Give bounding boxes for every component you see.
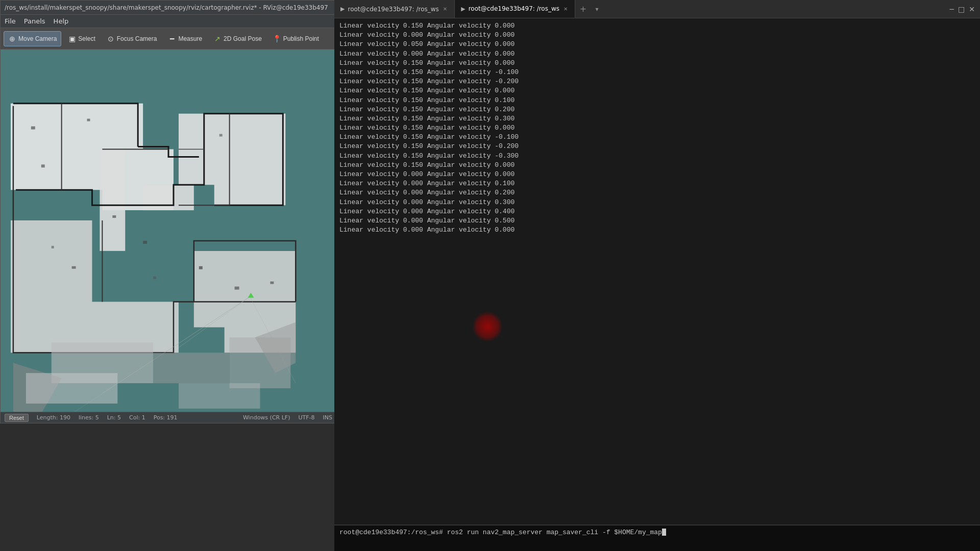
maximize-button[interactable]: □	[958, 5, 965, 13]
new-tab-button[interactable]: +	[575, 0, 591, 18]
status-lines: lines: 5	[79, 414, 99, 421]
velocity-line: Linear velocity 0.150 Angular velocity 0…	[339, 59, 975, 68]
status-ln: Ln: 5	[107, 414, 121, 421]
map-visualization	[1, 49, 336, 412]
velocity-line: Linear velocity 0.150 Angular velocity 0…	[339, 21, 975, 31]
svg-rect-24	[52, 246, 54, 248]
velocity-line: Linear velocity 0.000 Angular velocity 0…	[339, 198, 975, 207]
velocity-line: Linear velocity 0.150 Angular velocity 0…	[339, 123, 975, 133]
publish-point-icon: 📍	[273, 35, 281, 43]
velocity-line: Linear velocity 0.150 Angular velocity -…	[339, 142, 975, 151]
rviz-viewport[interactable]: ◀	[1, 49, 336, 412]
goal-pose-label: 2D Goal Pose	[224, 35, 262, 42]
terminal-tab-1[interactable]: ▶ root@cde19e33b497: /ros_ws ✕	[334, 0, 455, 18]
publish-point-button[interactable]: 📍 Publish Point	[268, 31, 324, 46]
velocity-line: Linear velocity 0.150 Angular velocity 0…	[339, 161, 975, 170]
terminal-icon-2: ▶	[461, 6, 465, 12]
select-label: Select	[78, 35, 95, 42]
svg-rect-16	[143, 241, 147, 244]
svg-rect-36	[179, 383, 260, 409]
velocity-line: Linear velocity 0.150 Angular velocity -…	[339, 68, 975, 77]
svg-rect-18	[199, 266, 203, 269]
rviz-menu-bar: File Panels Help	[1, 15, 336, 28]
velocity-line: Linear velocity 0.000 Angular velocity 0…	[339, 179, 975, 188]
terminal-window: ▶ root@cde19e33b497: /ros_ws ✕ ▶ root@cd…	[334, 0, 980, 551]
velocity-line: Linear velocity 0.000 Angular velocity 0…	[339, 226, 975, 235]
terminal-command: ros2 run nav2_map_server map_saver_cli -…	[447, 529, 662, 536]
move-camera-button[interactable]: ⊕ Move Camera	[4, 31, 61, 46]
rviz-title: /ros_ws/install/makerspet_snoopy/share/m…	[5, 4, 328, 11]
menu-panels[interactable]: Panels	[24, 17, 45, 25]
svg-rect-22	[41, 164, 45, 167]
terminal-tab-2[interactable]: ▶ root@cde19e33b497: /ros_ws ✕	[455, 0, 575, 18]
velocity-line: Linear velocity 0.000 Angular velocity 0…	[339, 207, 975, 216]
terminal-tab-bar: ▶ root@cde19e33b497: /ros_ws ✕ ▶ root@cd…	[334, 0, 980, 18]
select-button[interactable]: ▣ Select	[63, 31, 100, 46]
terminal-tab-2-close[interactable]: ✕	[562, 6, 569, 12]
close-window-button[interactable]: ✕	[969, 5, 975, 13]
velocity-line: Linear velocity 0.000 Angular velocity 0…	[339, 216, 975, 226]
velocity-line: Linear velocity 0.150 Angular velocity -…	[339, 152, 975, 161]
goal-pose-icon: ↗	[213, 35, 222, 43]
rviz-title-bar: /ros_ws/install/makerspet_snoopy/share/m…	[1, 1, 336, 15]
move-camera-icon: ⊕	[8, 35, 16, 43]
velocity-line: Linear velocity 0.150 Angular velocity 0…	[339, 86, 975, 95]
rviz-statusbar: Reset Length: 190 lines: 5 Ln: 5 Col: 1 …	[1, 412, 336, 423]
svg-rect-13	[31, 127, 35, 130]
terminal-input-area[interactable]: root@cde19e33b497:/ros_ws# ros2 run nav2…	[334, 525, 980, 551]
menu-file[interactable]: File	[5, 17, 16, 25]
terminal-icon-1: ▶	[340, 6, 345, 12]
terminal-cursor	[662, 529, 666, 536]
velocity-line: Linear velocity 0.150 Angular velocity -…	[339, 77, 975, 86]
velocity-line: Linear velocity 0.050 Angular velocity 0…	[339, 40, 975, 49]
menu-help[interactable]: Help	[54, 17, 69, 25]
goal-pose-button[interactable]: ↗ 2D Goal Pose	[209, 31, 266, 46]
status-ins: INS	[323, 414, 332, 421]
measure-icon: ━	[168, 35, 176, 43]
status-pos: Pos: 191	[154, 414, 178, 421]
status-line-endings: Windows (CR LF)	[243, 414, 290, 421]
svg-rect-14	[87, 119, 90, 121]
svg-rect-31	[153, 353, 230, 383]
terminal-tab-1-label: root@cde19e33b497: /ros_ws	[348, 6, 438, 13]
focus-camera-button[interactable]: ⊙ Focus Camera	[102, 31, 162, 46]
svg-rect-35	[26, 373, 117, 404]
publish-point-label: Publish Point	[283, 35, 319, 42]
svg-rect-23	[72, 266, 76, 269]
velocity-line: Linear velocity 0.150 Angular velocity 0…	[339, 114, 975, 123]
terminal-output: Linear velocity 0.150 Angular velocity 0…	[334, 18, 980, 524]
svg-rect-19	[235, 287, 239, 290]
focus-camera-label: Focus Camera	[117, 35, 157, 42]
status-col: Col: 1	[129, 414, 145, 421]
terminal-body: Linear velocity 0.150 Angular velocity 0…	[334, 18, 980, 551]
focus-camera-icon: ⊙	[107, 35, 115, 43]
velocity-line: Linear velocity 0.150 Angular velocity -…	[339, 133, 975, 142]
svg-rect-17	[153, 277, 156, 279]
status-length: Length: 190	[37, 414, 70, 421]
minimize-button[interactable]: ─	[950, 5, 954, 13]
measure-button[interactable]: ━ Measure	[163, 31, 207, 46]
terminal-tab-2-label: root@cde19e33b497: /ros_ws	[469, 5, 559, 12]
svg-rect-6	[143, 185, 194, 210]
rviz-window: /ros_ws/install/makerspet_snoopy/share/m…	[0, 0, 337, 423]
velocity-line: Linear velocity 0.000 Angular velocity 0…	[339, 49, 975, 59]
svg-rect-5	[100, 149, 125, 251]
svg-rect-20	[270, 282, 274, 284]
velocity-line: Linear velocity 0.000 Angular velocity 0…	[339, 31, 975, 40]
velocity-line: Linear velocity 0.000 Angular velocity 0…	[339, 170, 975, 179]
velocity-line: Linear velocity 0.150 Angular velocity 0…	[339, 96, 975, 105]
tab-dropdown-button[interactable]: ▾	[591, 0, 603, 18]
reset-button[interactable]: Reset	[5, 414, 29, 422]
svg-rect-15	[112, 215, 116, 218]
measure-label: Measure	[178, 35, 202, 42]
select-icon: ▣	[68, 35, 76, 43]
terminal-prompt: root@cde19e33b497:/ros_ws#	[339, 529, 447, 536]
velocity-line: Linear velocity 0.150 Angular velocity 0…	[339, 105, 975, 114]
svg-rect-21	[219, 134, 223, 137]
move-camera-label: Move Camera	[18, 35, 57, 42]
velocity-line: Linear velocity 0.000 Angular velocity 0…	[339, 188, 975, 197]
terminal-tab-1-close[interactable]: ✕	[442, 6, 448, 12]
rviz-toolbar: ⊕ Move Camera ▣ Select ⊙ Focus Camera ━ …	[1, 28, 336, 49]
status-encoding: UTF-8	[298, 414, 314, 421]
